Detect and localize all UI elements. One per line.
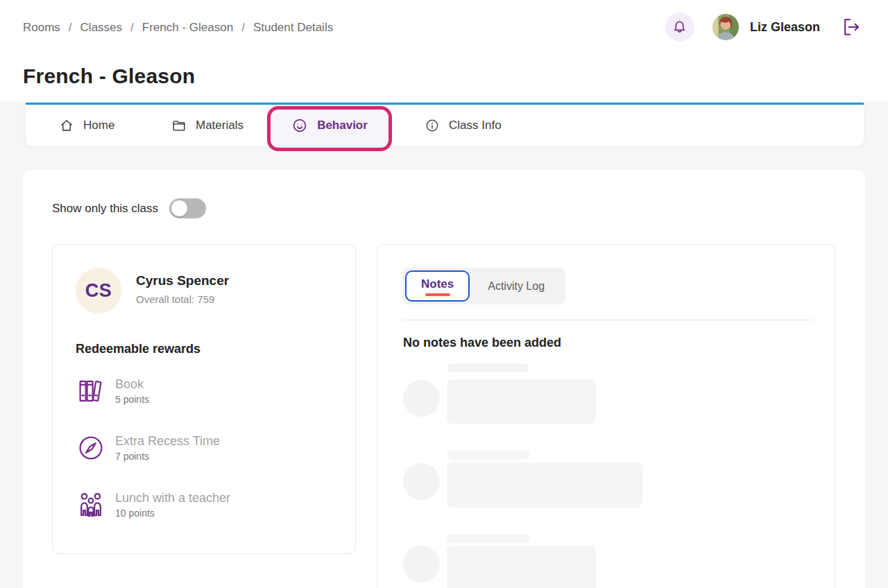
skeleton-avatar <box>403 546 440 582</box>
reward-label: Book <box>115 377 149 392</box>
empty-notes-message: No notes have been added <box>403 336 561 350</box>
tab-notes-label: Notes <box>421 277 454 291</box>
tab-materials-label: Materials <box>196 119 244 132</box>
skeleton-block <box>447 379 596 424</box>
show-only-this-class-label: Show only this class <box>52 202 158 216</box>
reward-points: 7 points <box>115 451 220 462</box>
skeleton-block <box>447 462 642 508</box>
class-tabbar: Home Materials Behavior <box>26 103 864 146</box>
breadcrumb-separator: / <box>130 21 134 35</box>
skeleton-pill <box>447 363 529 372</box>
reward-text: Book 5 points <box>115 377 149 406</box>
tab-behavior[interactable]: Behavior <box>271 105 388 146</box>
student-name: Cyrus Spencer <box>136 273 229 288</box>
page: Rooms / Classes / French - Gleason / Stu… <box>0 0 888 588</box>
info-icon <box>425 118 440 133</box>
home-icon <box>59 118 74 133</box>
skeleton-block <box>447 546 596 588</box>
breadcrumb-classes[interactable]: Classes <box>80 21 122 35</box>
family-icon <box>76 490 105 519</box>
student-overall-total: Overall total: 759 <box>136 293 214 305</box>
reward-label: Lunch with a teacher <box>115 491 230 506</box>
user-name: Liz Gleason <box>750 20 820 35</box>
header: Rooms / Classes / French - Gleason / Stu… <box>0 0 888 101</box>
books-icon <box>76 377 105 406</box>
tab-class-info[interactable]: Class Info <box>425 105 502 146</box>
redeemable-rewards-heading: Redeemable rewards <box>76 342 200 356</box>
tab-activity-log-label: Activity Log <box>488 280 545 293</box>
logout-icon <box>842 16 862 38</box>
show-only-this-class-toggle[interactable] <box>169 198 206 218</box>
breadcrumb-separator: / <box>241 21 245 35</box>
reward-item-book[interactable]: Book 5 points <box>76 377 149 406</box>
divider <box>403 320 812 320</box>
tab-notes[interactable]: Notes <box>405 270 470 302</box>
skeleton-avatar <box>403 463 440 500</box>
breadcrumb-current: Student Details <box>253 21 333 35</box>
reward-text: Lunch with a teacher 10 points <box>115 491 230 519</box>
notes-activity-card: Notes Activity Log No notes have been ad… <box>377 244 835 588</box>
compass-icon <box>76 433 105 462</box>
student-summary-card: CS Cyrus Spencer Overall total: 759 Rede… <box>52 244 356 554</box>
behavior-panel: Show only this class CS Cyrus Spencer Ov… <box>23 170 865 588</box>
tab-activity-log[interactable]: Activity Log <box>470 270 563 302</box>
page-title: French - Gleason <box>23 64 195 88</box>
skeleton-pill <box>447 534 529 543</box>
reward-label: Extra Recess Time <box>115 434 220 449</box>
smiley-icon <box>291 117 308 134</box>
skeleton-pill <box>447 451 529 460</box>
breadcrumb-class[interactable]: French - Gleason <box>142 21 233 35</box>
breadcrumb: Rooms / Classes / French - Gleason / Stu… <box>23 21 333 35</box>
logout-button[interactable] <box>841 15 863 39</box>
student-initials-avatar: CS <box>76 268 121 313</box>
reward-points: 10 points <box>115 508 230 519</box>
reward-item-extra-recess[interactable]: Extra Recess Time 7 points <box>76 433 220 462</box>
class-filter-row: Show only this class <box>52 198 206 218</box>
tab-home-label: Home <box>83 119 114 132</box>
bell-icon <box>672 19 688 35</box>
notes-tab-group: Notes Activity Log <box>402 268 565 304</box>
tab-class-info-label: Class Info <box>449 119 502 132</box>
folder-icon <box>171 118 187 133</box>
active-tab-underline <box>425 293 450 296</box>
notifications-button[interactable] <box>665 12 694 42</box>
header-actions: Liz Gleason <box>665 12 863 42</box>
user-avatar[interactable] <box>712 14 739 40</box>
tab-behavior-label: Behavior <box>317 119 368 132</box>
skeleton-avatar <box>403 380 440 417</box>
toggle-knob <box>171 200 187 216</box>
tab-home[interactable]: Home <box>59 105 114 146</box>
tab-materials[interactable]: Materials <box>171 105 244 146</box>
reward-item-lunch-with-teacher[interactable]: Lunch with a teacher 10 points <box>76 490 230 519</box>
reward-text: Extra Recess Time 7 points <box>115 434 220 462</box>
breadcrumb-separator: / <box>69 21 72 35</box>
breadcrumb-rooms[interactable]: Rooms <box>23 21 60 35</box>
reward-points: 5 points <box>115 394 149 405</box>
